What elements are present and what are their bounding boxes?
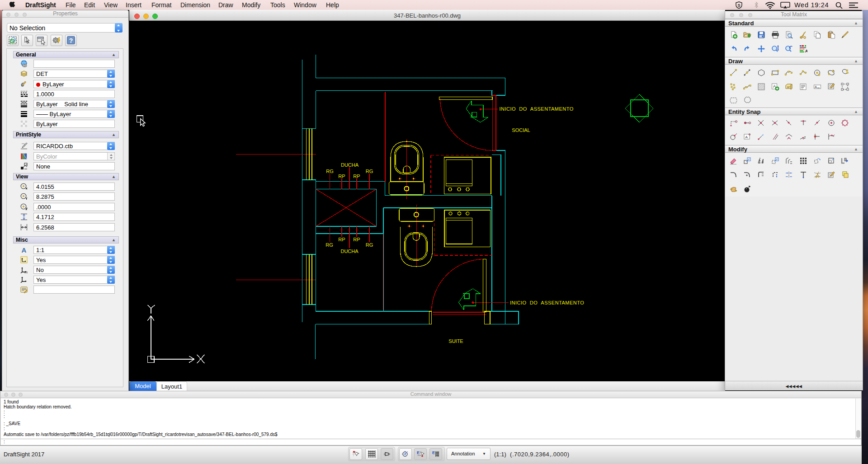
svg-text:A: A <box>745 135 748 139</box>
svg-text:INICIO DO ASSENTAMENTO: INICIO DO ASSENTAMENTO <box>510 300 584 305</box>
svg-text:RP: RP <box>353 237 360 242</box>
svg-text:S: S <box>737 3 740 8</box>
svg-text:DUCHA: DUCHA <box>340 248 359 254</box>
svg-text:RP: RP <box>338 173 345 179</box>
svg-text:A: A <box>815 85 817 89</box>
svg-text:RP: RP <box>353 173 360 179</box>
svg-text:SOCIAL: SOCIAL <box>512 127 530 133</box>
svg-text:E: E <box>417 450 420 455</box>
svg-text:0,0: 0,0 <box>24 271 28 273</box>
svg-text:DUCHA: DUCHA <box>341 162 359 168</box>
svg-text:INICIO DO ASSENTAMENTO: INICIO DO ASSENTAMENTO <box>500 106 574 112</box>
svg-text:RG: RG <box>326 169 334 174</box>
svg-text:RP: RP <box>338 237 345 242</box>
svg-text:RG: RG <box>326 242 333 248</box>
svg-text:RG: RG <box>366 242 373 248</box>
svg-text:A: A <box>805 49 807 53</box>
svg-text:SUITE: SUITE <box>448 338 463 344</box>
svg-text:E: E <box>432 450 435 455</box>
svg-text:?: ? <box>69 37 73 44</box>
svg-text:A: A <box>22 246 27 253</box>
svg-text:RG: RG <box>366 169 373 174</box>
